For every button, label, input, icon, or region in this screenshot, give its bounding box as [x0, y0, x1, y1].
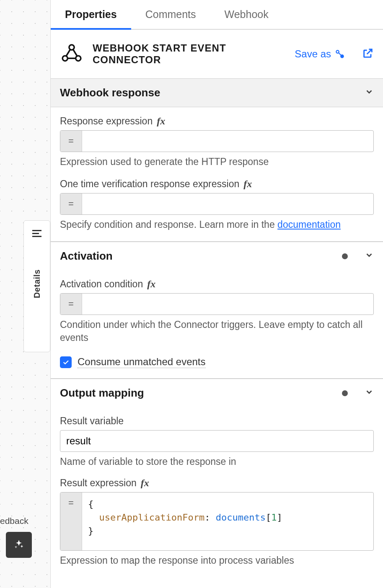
details-label: Details: [32, 269, 42, 298]
activation-body: Activation condition fx = Condition unde…: [51, 270, 383, 379]
fx-icon: fx: [147, 279, 155, 290]
consume-unmatched-row: Consume unmatched events: [60, 356, 374, 368]
save-as-button[interactable]: Save as: [295, 48, 345, 60]
svg-rect-2: [32, 236, 41, 237]
fx-icon: fx: [157, 116, 165, 127]
response-expression-help: Expression used to generate the HTTP res…: [60, 155, 374, 168]
equals-prefix: =: [60, 493, 82, 550]
chevron-down-icon: [365, 250, 374, 262]
equals-prefix: =: [60, 294, 82, 315]
tab-comments[interactable]: Comments: [131, 0, 210, 30]
webhook-response-header[interactable]: Webhook response: [51, 78, 383, 107]
activation-header[interactable]: Activation: [51, 242, 383, 270]
onetime-expression-input[interactable]: =: [60, 193, 374, 215]
details-side-tab[interactable]: Details: [23, 220, 50, 352]
result-expression-code[interactable]: { userApplicationForm: documents[1] }: [82, 493, 373, 550]
panel-header: WEBHOOK START EVENT CONNECTOR Save as: [51, 30, 383, 78]
open-external-icon[interactable]: [362, 47, 374, 61]
svg-rect-1: [32, 233, 39, 234]
consume-unmatched-label: Consume unmatched events: [78, 356, 206, 368]
webhook-response-body: Response expression fx = Expression used…: [51, 107, 383, 242]
documentation-link[interactable]: documentation: [277, 219, 341, 230]
output-mapping-body: Result variable Name of variable to stor…: [51, 407, 383, 577]
equals-prefix: =: [60, 131, 82, 152]
connector-title: WEBHOOK START EVENT CONNECTOR: [93, 42, 285, 66]
result-variable-input[interactable]: [60, 430, 374, 452]
activation-condition-label: Activation condition fx: [60, 279, 374, 290]
svg-point-5: [76, 56, 81, 61]
svg-point-4: [62, 56, 67, 61]
output-mapping-header[interactable]: Output mapping: [51, 379, 383, 407]
status-dot-icon: [342, 390, 348, 396]
ai-sparkle-button[interactable]: [6, 532, 32, 558]
result-variable-help: Name of variable to store the response i…: [60, 455, 374, 468]
response-expression-input[interactable]: =: [60, 130, 374, 152]
tab-properties[interactable]: Properties: [51, 0, 131, 30]
consume-unmatched-checkbox[interactable]: [60, 356, 72, 368]
result-expression-label: Result expression fx: [60, 477, 374, 489]
activation-condition-input[interactable]: =: [60, 293, 374, 315]
status-dot-icon: [342, 253, 348, 259]
fx-icon: fx: [243, 178, 252, 190]
feedback-text: edback: [0, 516, 28, 526]
activation-condition-help: Condition under which the Connector trig…: [60, 318, 374, 344]
result-expression-help: Expression to map the response into proc…: [60, 554, 374, 567]
svg-rect-0: [32, 230, 41, 231]
svg-point-3: [69, 45, 74, 50]
chevron-down-icon: [365, 387, 374, 399]
properties-panel: Properties Comments Webhook WEBHOOK STAR…: [50, 0, 383, 588]
onetime-help: Specify condition and response. Learn mo…: [60, 218, 374, 231]
chevron-down-icon: [365, 87, 374, 98]
tab-webhook[interactable]: Webhook: [210, 0, 283, 30]
equals-prefix: =: [60, 193, 82, 214]
fx-icon: fx: [141, 477, 149, 489]
connector-save-icon: [334, 49, 345, 59]
tabs: Properties Comments Webhook: [51, 0, 383, 30]
onetime-label: One time verification response expressio…: [60, 178, 374, 190]
response-expression-label: Response expression fx: [60, 116, 374, 127]
result-variable-label: Result variable: [60, 415, 374, 427]
menu-icon: [32, 229, 41, 240]
webhook-icon: [60, 41, 83, 67]
result-expression-input[interactable]: = { userApplicationForm: documents[1] }: [60, 492, 374, 551]
